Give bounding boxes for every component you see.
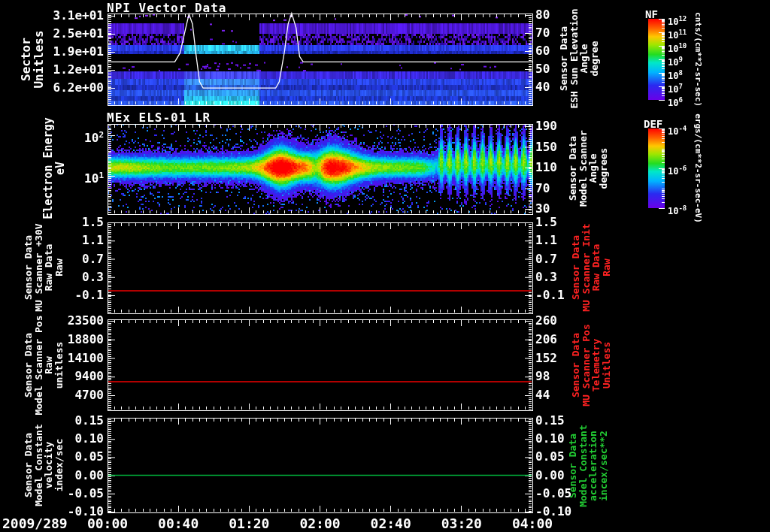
- colorbar-tick-label: 1011: [668, 27, 687, 41]
- x-tick-label: 04:00: [502, 515, 562, 531]
- x-tick-label: 00:40: [148, 515, 208, 531]
- y-tick-label: 0.10: [48, 432, 104, 446]
- y-tick-label: 70: [535, 26, 550, 40]
- y-tick-label: 0.05: [535, 450, 565, 464]
- y-tick-label: 102: [48, 128, 104, 145]
- y-tick-label: -0.1: [535, 289, 565, 302]
- y-tick-label: 14100: [48, 352, 104, 365]
- def-colorbar-units: ergs/(cm**2-sr-sec-eV): [693, 56, 702, 281]
- y-tick-label: 4700: [48, 388, 104, 402]
- y-tick-label: 0.00: [48, 469, 104, 482]
- y-tick-label: 150: [535, 141, 557, 154]
- panel-1-title: NPI Vector Data: [107, 1, 227, 15]
- x-tick-label: 00:00: [77, 515, 138, 531]
- plot-canvas: [0, 0, 770, 532]
- y-tick-label: 0.15: [535, 414, 565, 428]
- y-tick-label: 23500: [48, 314, 104, 328]
- y-tick-label: 0.7: [535, 252, 557, 266]
- y-tick-label: 0.3: [48, 271, 104, 284]
- y-tick-label: 1.9e+01: [48, 45, 104, 59]
- p5-right-axis-label: Sensor Data Model Constant acceleration …: [568, 353, 608, 532]
- y-tick-label: 70: [535, 182, 550, 195]
- x-tick-label: 01:20: [219, 515, 279, 531]
- y-tick-label: 110: [535, 161, 557, 174]
- y-tick-label: 40: [535, 80, 550, 94]
- y-tick-label: 1.1: [535, 234, 557, 247]
- y-tick-label: 98: [535, 370, 550, 383]
- y-tick-label: 30: [535, 202, 550, 216]
- colorbar-tick-label: 109: [668, 54, 683, 68]
- panel-2-title: MEx ELS-01 LR: [107, 110, 211, 125]
- x-tick-label: 02:40: [361, 515, 421, 531]
- colorbar-tick-label: 1012: [668, 14, 687, 27]
- x-tick-label: 03:20: [432, 515, 492, 531]
- y-tick-label: 0.15: [48, 414, 104, 428]
- colorbar-tick-label: 108: [668, 68, 683, 81]
- y-tick-label: -0.05: [535, 487, 571, 500]
- y-tick-label: 190: [535, 119, 557, 133]
- y-tick-label: 0.05: [48, 450, 104, 464]
- x-tick-label: 02:00: [290, 515, 350, 531]
- colorbar-tick-label: 10-6: [668, 163, 687, 177]
- y-tick-label: 1.1: [48, 234, 104, 247]
- colorbar-tick-label: 106: [668, 95, 683, 108]
- plot-stage: NPI Vector Data MEx ELS-01 LR Sector Uni…: [0, 0, 770, 532]
- y-tick-label: 1.5: [535, 216, 557, 229]
- y-tick-label: 0.7: [48, 252, 104, 266]
- y-tick-label: 1.5: [48, 216, 104, 229]
- y-tick-label: 60: [535, 44, 550, 58]
- y-tick-label: 3.1e+01: [48, 9, 104, 23]
- y-tick-label: 0.3: [535, 271, 557, 284]
- def-colorbar-title: DEF: [644, 118, 662, 130]
- colorbar-tick-label: 10-4: [668, 123, 687, 137]
- colorbar-tick-label: 107: [668, 81, 683, 95]
- y-tick-label: -0.1: [48, 289, 104, 302]
- y-tick-label: 206: [535, 333, 557, 346]
- y-tick-label: 152: [535, 352, 557, 365]
- y-tick-label: 9400: [48, 370, 104, 383]
- colorbar-tick-label: 1010: [668, 41, 687, 54]
- nf-colorbar-title: NF: [645, 8, 658, 20]
- y-tick-label: 50: [535, 62, 550, 76]
- colorbar-tick-label: 10-8: [668, 203, 687, 216]
- y-tick-label: -0.05: [48, 487, 104, 500]
- y-tick-label: 260: [535, 314, 557, 328]
- y-tick-label: 44: [535, 388, 550, 402]
- y-tick-label: 6.2e+00: [48, 81, 104, 95]
- y-tick-label: 0.10: [535, 432, 565, 446]
- y-tick-label: 0.00: [535, 469, 565, 482]
- y-tick-label: 101: [48, 169, 104, 186]
- y-tick-label: 18800: [48, 333, 104, 346]
- y-tick-label: 80: [535, 8, 550, 22]
- y-tick-label: 1.2e+01: [48, 63, 104, 77]
- y-tick-label: 2.5e+01: [48, 27, 104, 41]
